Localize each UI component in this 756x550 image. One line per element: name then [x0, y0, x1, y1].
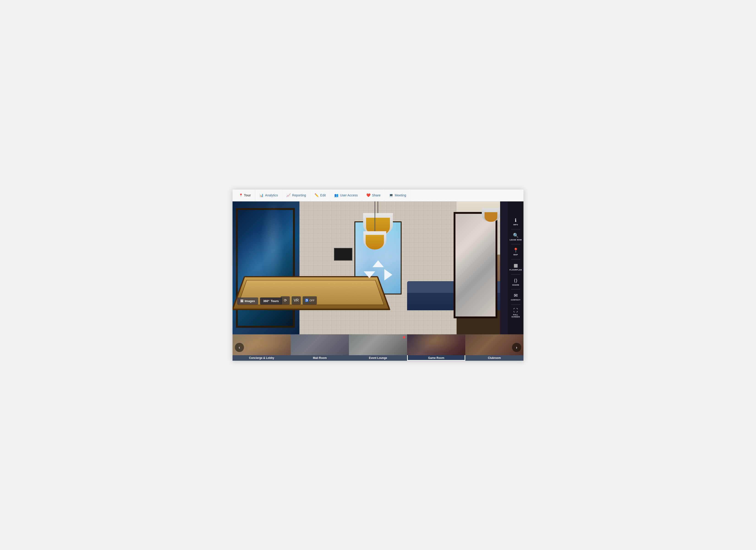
- sidebar-divider-1: [511, 229, 520, 229]
- small-lamp: [363, 201, 386, 249]
- lamp-cord-small: [375, 201, 375, 231]
- chevron-up-icon: [372, 260, 384, 267]
- main-viewer[interactable]: ℹ INFO 🔍 LEASE NOW 📍 MAP ▦ FLOORPLAN ⟨⟩ …: [233, 201, 523, 334]
- tours-icon: 360°: [263, 299, 269, 303]
- lease-now-label: LEASE NOW: [510, 239, 522, 241]
- reporting-icon: 📈: [286, 193, 291, 197]
- thumb-image-mailroom: [291, 334, 349, 355]
- wheelchair-icon: ♿: [305, 299, 309, 302]
- sidebar-btn-info[interactable]: ℹ INFO: [508, 215, 523, 228]
- thumbnail-strip: ‹ Concierge & Lobby Mail Room Event Loun…: [233, 334, 523, 361]
- share-sb-icon: ⟨⟩: [514, 278, 518, 283]
- edit-label: Edit: [320, 193, 326, 197]
- thumb-image-gameroom: [407, 334, 465, 355]
- thumb-item-gameroom[interactable]: Game Room: [407, 334, 465, 361]
- sidebar-divider-5: [511, 289, 520, 290]
- sidebar-btn-share[interactable]: ⟨⟩ SHARE: [508, 276, 523, 289]
- gold-lamp: [482, 208, 500, 222]
- fullscreen-label: FULL SCREEN: [509, 314, 523, 318]
- right-sidebar: ℹ INFO 🔍 LEASE NOW 📍 MAP ▦ FLOORPLAN ⟨⟩ …: [508, 201, 523, 334]
- shuffleboard-table: [233, 276, 391, 310]
- meeting-label: Meeting: [395, 193, 406, 197]
- tours-label: Tours: [271, 299, 279, 303]
- vr-360-btn[interactable]: ⟳: [281, 296, 290, 305]
- icon-toolbar: ⟳ VR ♿ OFF: [281, 296, 317, 305]
- reporting-label: Reporting: [292, 193, 306, 197]
- accessibility-toggle[interactable]: ♿ OFF: [303, 296, 317, 305]
- floorplan-icon: ▦: [514, 262, 518, 268]
- images-button[interactable]: 🖼 Images: [237, 298, 258, 305]
- share-icon: ❤️: [366, 193, 371, 197]
- contact-icon: ✉: [514, 293, 518, 298]
- map-icon: 📍: [513, 247, 519, 253]
- analytics-icon: 📊: [259, 193, 264, 197]
- tour-label: Tour: [244, 193, 251, 197]
- top-nav: 📍 Tour 📊 Analytics 📈 Reporting ✏️ Edit 👥…: [233, 189, 523, 201]
- mirror-frame: [454, 212, 497, 318]
- nav-tour[interactable]: 📍 Tour: [235, 189, 255, 201]
- thumb-label-mailroom: Mail Room: [291, 355, 349, 361]
- nav-item-meeting[interactable]: 💻 Meeting: [385, 189, 411, 201]
- thumb-overlay-gameroom: [407, 334, 465, 355]
- nav-items: 📊 Analytics 📈 Reporting ✏️ Edit 👥 User A…: [255, 189, 411, 201]
- thumb-item-mailroom[interactable]: Mail Room: [291, 334, 349, 361]
- sidebar-btn-map[interactable]: 📍 MAP: [508, 245, 523, 258]
- lease-now-icon: 🔍: [513, 232, 519, 238]
- share-sb-label: SHARE: [512, 284, 519, 286]
- thumb-label-clubroom: Clubroom: [465, 355, 523, 361]
- thumb-prev-btn[interactable]: ‹: [235, 343, 244, 352]
- user-access-label: User Access: [340, 193, 358, 197]
- thumb-dot-eventlounge: [403, 336, 405, 339]
- tours-button[interactable]: 360° Tours: [260, 298, 282, 305]
- meeting-icon: 💻: [389, 193, 393, 197]
- nav-item-reporting[interactable]: 📈 Reporting: [282, 189, 310, 201]
- arrows-middle-row: [364, 269, 392, 281]
- sidebar-divider-6: [511, 304, 520, 305]
- user-access-icon: 👥: [334, 193, 339, 197]
- nav-item-analytics[interactable]: 📊 Analytics: [255, 189, 282, 201]
- pin-icon: 📍: [239, 193, 243, 197]
- arrow-up-container: [372, 260, 384, 268]
- tv-screen: [334, 248, 352, 260]
- chevron-down-icon: [364, 271, 375, 278]
- lamp-shade-small: [363, 231, 386, 249]
- analytics-label: Analytics: [265, 193, 278, 197]
- thumb-label-concierge: Concierge & Lobby: [233, 355, 291, 361]
- chevron-right-icon: [384, 269, 392, 281]
- floorplan-label: FLOORPLAN: [509, 269, 522, 271]
- vr-headset-btn[interactable]: VR: [292, 296, 301, 305]
- toggle-off-label: OFF: [310, 299, 315, 302]
- share-label: Share: [372, 193, 381, 197]
- images-icon: 🖼: [240, 299, 243, 303]
- sidebar-btn-fullscreen[interactable]: ⛶ FULL SCREEN: [508, 306, 523, 321]
- sidebar-btn-contact[interactable]: ✉ CONTACT: [508, 291, 523, 304]
- nav-item-share[interactable]: ❤️ Share: [362, 189, 385, 201]
- thumb-image-eventlounge: [349, 334, 407, 355]
- thumb-item-eventlounge[interactable]: Event Lounge: [349, 334, 407, 361]
- bottom-toolbar: 🖼 Images 360° Tours: [237, 298, 282, 305]
- contact-label: CONTACT: [511, 299, 520, 301]
- thumb-next-btn[interactable]: ›: [512, 343, 521, 352]
- lamp-inner-small: [366, 235, 384, 249]
- arrows-container: [364, 260, 392, 281]
- thumb-label-eventlounge: Event Lounge: [349, 355, 407, 361]
- art-panel: [233, 201, 299, 334]
- nav-item-edit[interactable]: ✏️ Edit: [310, 189, 330, 201]
- edit-icon: ✏️: [315, 193, 319, 197]
- sidebar-divider-4: [511, 274, 520, 274]
- images-label: Images: [245, 299, 255, 303]
- sidebar-btn-lease-now[interactable]: 🔍 LEASE NOW: [508, 230, 523, 243]
- sidebar-btn-floorplan[interactable]: ▦ FLOORPLAN: [508, 260, 523, 273]
- info-label: INFO: [513, 224, 518, 226]
- sidebar-divider-3: [511, 259, 520, 259]
- page-wrapper: 📍 Tour 📊 Analytics 📈 Reporting ✏️ Edit 👥…: [233, 189, 523, 361]
- fullscreen-icon: ⛶: [513, 308, 518, 313]
- map-label: MAP: [513, 254, 518, 256]
- info-icon: ℹ: [515, 217, 517, 223]
- thumb-label-gameroom: Game Room: [407, 355, 465, 361]
- nav-item-user-access[interactable]: 👥 User Access: [330, 189, 362, 201]
